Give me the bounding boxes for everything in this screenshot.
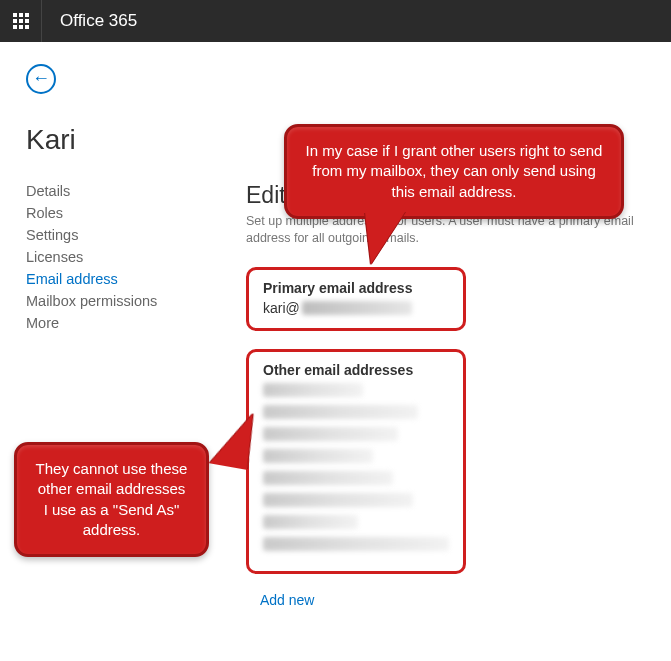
content-area: ← Kari Details Roles Settings Licenses E…	[0, 42, 671, 608]
sidebar-item-roles[interactable]: Roles	[26, 202, 246, 224]
other-email-redacted	[263, 493, 413, 507]
sidebar-item-licenses[interactable]: Licenses	[26, 246, 246, 268]
annotation-callout-other: They cannot use these other email addres…	[14, 442, 209, 557]
annotation-callout-primary: In my case if I grant other users right …	[284, 124, 624, 219]
sidebar-item-details[interactable]: Details	[26, 180, 246, 202]
annotation-callout-primary-text: In my case if I grant other users right …	[306, 142, 603, 200]
sidebar: Kari Details Roles Settings Licenses Ema…	[26, 124, 246, 334]
add-new-link[interactable]: Add new	[246, 592, 645, 608]
primary-email-prefix: kari@	[263, 300, 300, 316]
other-email-redacted	[263, 449, 373, 463]
app-launcher-button[interactable]	[0, 0, 42, 42]
other-email-redacted	[263, 383, 363, 397]
other-email-redacted	[263, 515, 358, 529]
primary-email-redacted	[302, 301, 412, 315]
back-button[interactable]: ←	[26, 64, 56, 94]
other-email-redacted	[263, 537, 449, 551]
other-email-redacted	[263, 427, 398, 441]
other-email-redacted	[263, 471, 393, 485]
page-title: Kari	[26, 124, 246, 156]
primary-email-value: kari@	[263, 300, 412, 316]
back-arrow-icon: ←	[32, 69, 50, 87]
other-email-redacted	[263, 405, 418, 419]
waffle-icon	[13, 13, 29, 29]
other-email-box: Other email addresses	[246, 349, 466, 574]
other-email-label: Other email addresses	[263, 362, 449, 378]
brand-label: Office 365	[42, 11, 137, 31]
sidebar-item-settings[interactable]: Settings	[26, 224, 246, 246]
sidebar-item-email-address[interactable]: Email address	[26, 268, 246, 290]
primary-email-box: Primary email address kari@	[246, 267, 466, 331]
annotation-callout-other-text: They cannot use these other email addres…	[36, 460, 188, 538]
callout-tail-icon	[365, 212, 405, 264]
primary-email-label: Primary email address	[263, 280, 449, 296]
top-bar: Office 365	[0, 0, 671, 42]
sidebar-item-more[interactable]: More	[26, 312, 246, 334]
sidebar-item-mailbox-permissions[interactable]: Mailbox permissions	[26, 290, 246, 312]
